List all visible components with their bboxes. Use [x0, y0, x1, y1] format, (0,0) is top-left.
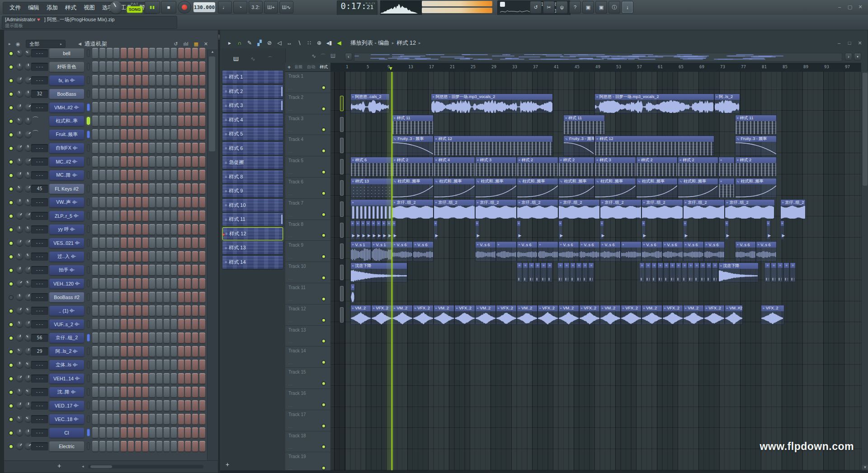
- pan-knob[interactable]: [16, 226, 23, 233]
- step-cell[interactable]: [135, 441, 141, 452]
- step-cell[interactable]: [99, 129, 105, 140]
- playlist-clip[interactable]: »京仔..组_2: [475, 199, 517, 219]
- pan-knob[interactable]: [16, 239, 23, 246]
- pattern-item[interactable]: ≡样式 8: [222, 170, 283, 183]
- playlist-clip[interactable]: ≡样式 2: [558, 157, 595, 177]
- step-cell[interactable]: [99, 143, 105, 154]
- step-cell[interactable]: [107, 319, 113, 330]
- pattern-item[interactable]: ≡样式 3: [222, 99, 283, 112]
- step-cell[interactable]: [178, 48, 184, 59]
- playlist-clip[interactable]: »VFX..2: [761, 305, 784, 325]
- step-cell[interactable]: [121, 251, 127, 262]
- step-cell[interactable]: [113, 414, 119, 425]
- volume-knob[interactable]: [25, 429, 32, 436]
- step-cell[interactable]: [142, 48, 148, 59]
- playlist-clip[interactable]: ≡样式 6: [350, 157, 392, 177]
- playlist-mini-clip[interactable]: ≡: [688, 262, 693, 282]
- step-cell[interactable]: [113, 48, 119, 59]
- step-cell[interactable]: [149, 238, 155, 248]
- step-cell[interactable]: [128, 183, 134, 194]
- step-cell[interactable]: [128, 197, 134, 208]
- download-button[interactable]: ↓: [622, 1, 633, 14]
- step-cell[interactable]: [92, 102, 98, 113]
- track-group-chip[interactable]: [340, 96, 344, 111]
- step-cell[interactable]: [99, 211, 105, 221]
- step-cell[interactable]: [156, 143, 162, 154]
- step-cell[interactable]: [92, 373, 98, 384]
- playlist-clip[interactable]: ≡样式 2: [517, 157, 558, 177]
- step-cell[interactable]: [99, 48, 105, 59]
- pattern-item[interactable]: ≡样式 6: [222, 142, 283, 155]
- step-cell[interactable]: [128, 170, 134, 181]
- track-options-icon[interactable]: ⋯: [288, 341, 292, 345]
- step-cell[interactable]: [107, 129, 113, 140]
- draw-tool-icon[interactable]: ✎: [245, 40, 255, 46]
- step-cell[interactable]: [113, 183, 119, 194]
- step-cell[interactable]: [164, 197, 170, 208]
- track-group-chip[interactable]: [340, 265, 344, 280]
- channel-enable-led[interactable]: [9, 92, 14, 97]
- step-cell[interactable]: [171, 346, 177, 357]
- playlist-mini-clip[interactable]: ≡: [639, 262, 645, 282]
- step-cell[interactable]: [178, 197, 184, 208]
- step-cell[interactable]: [192, 197, 198, 208]
- step-cell[interactable]: [121, 89, 127, 99]
- channel-display[interactable]: ---: [31, 49, 48, 57]
- channel-display[interactable]: ---: [31, 76, 48, 84]
- pan-knob[interactable]: [16, 145, 23, 151]
- step-cell[interactable]: [171, 251, 177, 262]
- step-cell[interactable]: [121, 373, 127, 384]
- step-cell[interactable]: [99, 102, 105, 113]
- step-cell[interactable]: [199, 319, 205, 330]
- channel-button[interactable]: BooBass: [49, 89, 84, 99]
- step-cell[interactable]: [164, 183, 170, 194]
- pan-knob[interactable]: [16, 63, 23, 70]
- playlist-mini-clip[interactable]: ≡: [528, 262, 534, 282]
- save-new-version-button[interactable]: ▣: [595, 1, 607, 14]
- step-cell[interactable]: [185, 183, 191, 194]
- step-cell[interactable]: [178, 427, 184, 438]
- track-options-icon[interactable]: ⋯: [288, 172, 292, 176]
- playlist-clip[interactable]: »V..s 6: [413, 241, 434, 261]
- step-cell[interactable]: [171, 89, 177, 99]
- step-cell[interactable]: [149, 414, 155, 425]
- picker-add-button[interactable]: +: [226, 461, 229, 468]
- step-cell[interactable]: [92, 387, 98, 398]
- step-cell[interactable]: [142, 265, 148, 276]
- playlist-mini-clip[interactable]: ≡: [790, 262, 796, 282]
- playlist-clip[interactable]: ≡: [718, 157, 735, 177]
- playlist-clip[interactable]: »V..s 6: [756, 241, 777, 261]
- step-cell[interactable]: [142, 224, 148, 235]
- step-cell[interactable]: [192, 360, 198, 370]
- playlist-clip[interactable]: »VM..2: [434, 305, 454, 325]
- step-cell[interactable]: [107, 197, 113, 208]
- playlist-clip[interactable]: »: [538, 241, 558, 261]
- step-cell[interactable]: [178, 183, 184, 194]
- playlist-clip[interactable]: »VM..2: [558, 305, 579, 325]
- step-cell[interactable]: [135, 427, 141, 438]
- step-cell[interactable]: [121, 346, 127, 357]
- track-enable-led[interactable]: [321, 85, 326, 90]
- step-cell[interactable]: [149, 129, 155, 140]
- step-cell[interactable]: [164, 265, 170, 276]
- step-cell[interactable]: [113, 211, 119, 221]
- playlist-mini-clip[interactable]: ≡: [570, 262, 576, 282]
- step-cell[interactable]: [142, 116, 148, 126]
- step-cell[interactable]: [92, 197, 98, 208]
- track-options-icon[interactable]: ⋯: [288, 383, 292, 387]
- playlist-clip[interactable]: »沈念下降: [718, 262, 759, 282]
- step-cell[interactable]: [156, 129, 162, 140]
- step-cell[interactable]: [135, 292, 141, 303]
- step-cell[interactable]: [113, 156, 119, 167]
- pattern-item[interactable]: ≡样式 11: [222, 213, 283, 226]
- step-cell[interactable]: [185, 387, 191, 398]
- step-cell[interactable]: [164, 61, 170, 72]
- playlist-mini-clip[interactable]: ≡: [664, 262, 669, 282]
- channel-display[interactable]: 32: [31, 90, 48, 98]
- step-cell[interactable]: [121, 156, 127, 167]
- step-cell[interactable]: [121, 360, 127, 370]
- step-cell[interactable]: [199, 427, 205, 438]
- channel-enable-led[interactable]: [9, 227, 14, 232]
- channel-display[interactable]: ---: [31, 103, 48, 112]
- step-cell[interactable]: [149, 75, 155, 86]
